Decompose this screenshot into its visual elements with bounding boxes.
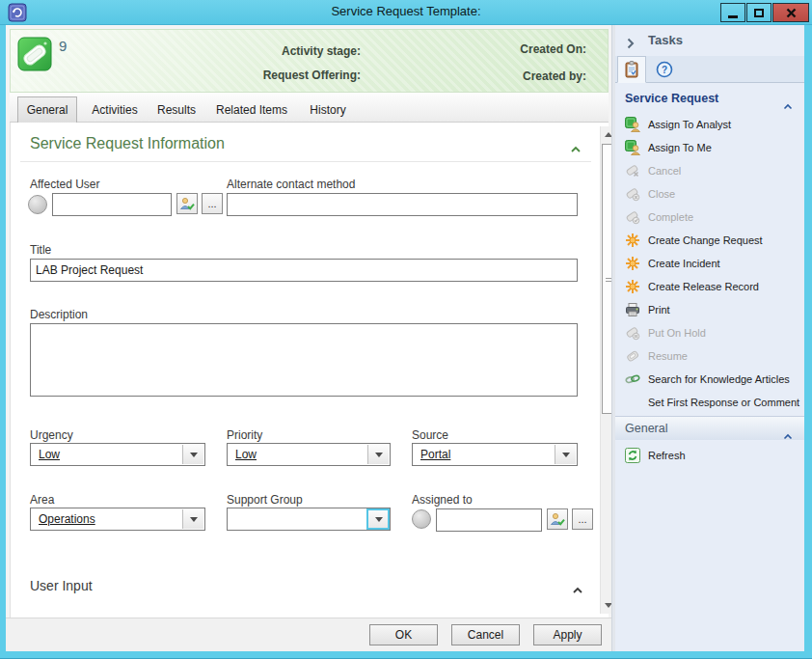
affected-user-ellipsis-button[interactable]: ... [202, 193, 223, 214]
description-label: Description [30, 308, 88, 321]
titlebar: Service Request Template: [0, 0, 812, 25]
area-select[interactable]: Operations [30, 508, 205, 531]
tasks-pane-title: Tasks [648, 33, 683, 47]
alternate-contact-label: Alternate contact method [227, 178, 355, 191]
alternate-contact-input[interactable] [227, 193, 578, 216]
source-select[interactable]: Portal [412, 443, 578, 466]
close-button[interactable] [772, 3, 809, 22]
button-bar: OK Cancel Apply [6, 618, 611, 651]
collapse-pane-chevron-icon[interactable] [627, 36, 635, 53]
user-input-section-title: User Input [30, 578, 93, 593]
created-on-label: Created On: [410, 42, 586, 56]
section-header-service-request[interactable]: Service Request [615, 88, 804, 111]
title-input[interactable] [30, 259, 578, 282]
task-create-incident[interactable]: Create Incident [615, 252, 804, 275]
svg-text:?: ? [662, 65, 667, 75]
assigned-to-input[interactable] [436, 508, 542, 532]
close-icon [786, 8, 797, 18]
record-header: 9 Activity stage: Request Offering: Crea… [10, 29, 609, 93]
close-tag-icon [625, 186, 640, 202]
main-panel: 9 Activity stage: Request Offering: Crea… [6, 25, 611, 651]
tasks-pane: Tasks ? Service Request Assign To Analys… [615, 25, 804, 651]
window-border-bottom [0, 651, 812, 659]
tab-history[interactable]: History [301, 96, 355, 123]
area-label: Area [30, 493, 54, 507]
hold-tag-icon [625, 325, 640, 341]
collapse-user-input-chevron-icon[interactable] [572, 581, 583, 598]
priority-select[interactable]: Low [227, 443, 391, 466]
assigned-to-picker-button[interactable] [547, 508, 568, 530]
created-by-label: Created by: [410, 69, 586, 83]
assigned-to-avatar [412, 509, 431, 529]
task-refresh[interactable]: Refresh [615, 444, 804, 467]
refresh-icon [625, 448, 640, 463]
chevron-down-icon[interactable] [367, 509, 389, 529]
affected-user-input[interactable] [52, 193, 172, 216]
affected-user-avatar [28, 195, 47, 214]
assigned-to-label: Assigned to [412, 493, 473, 507]
assign-user-icon [625, 140, 640, 155]
activity-stage-label: Activity stage: [184, 44, 361, 58]
cancel-tag-icon [625, 163, 640, 178]
minimize-icon [728, 15, 738, 18]
person-check-icon [550, 511, 565, 527]
assigned-to-ellipsis-button[interactable]: ... [572, 508, 593, 530]
task-complete: Complete [615, 206, 804, 229]
chevron-down-icon[interactable] [182, 445, 203, 464]
tab-results[interactable]: Results [150, 96, 203, 123]
link-icon [625, 371, 640, 387]
apply-button[interactable]: Apply [533, 624, 602, 645]
tab-strip: General Activities Results Related Items… [10, 93, 609, 123]
request-offering-label: Request Offering: [184, 69, 361, 82]
task-create-release-record[interactable]: Create Release Record [615, 275, 804, 298]
resume-tag-icon [625, 348, 640, 364]
task-assign-to-me[interactable]: Assign To Me [615, 136, 804, 159]
window-border-right [804, 25, 812, 651]
tab-general[interactable]: General [17, 96, 77, 123]
task-list: Assign To Analyst Assign To Me Cancel Cl… [615, 113, 804, 414]
window-title: Service Request Template: [0, 4, 812, 18]
chevron-down-icon[interactable] [182, 509, 203, 529]
tasks-tab[interactable] [617, 56, 646, 83]
tasks-pane-header: Tasks [615, 29, 804, 54]
urgency-select[interactable]: Low [30, 443, 205, 466]
task-cancel: Cancel [615, 159, 804, 182]
support-group-select[interactable] [227, 508, 391, 531]
support-group-label: Support Group [227, 493, 303, 507]
priority-label: Priority [227, 428, 262, 442]
record-id: 9 [59, 38, 67, 54]
tab-related-items[interactable]: Related Items [208, 96, 295, 123]
task-create-change-request[interactable]: Create Change Request [615, 229, 804, 252]
task-search-knowledge-articles[interactable]: Search for Knowledge Articles [615, 368, 804, 391]
help-icon: ? [656, 61, 673, 78]
task-resume: Resume [615, 344, 804, 368]
person-check-icon [179, 196, 195, 211]
minimize-button[interactable] [720, 3, 745, 22]
title-label: Title [30, 243, 51, 257]
task-assign-to-analyst[interactable]: Assign To Analyst [615, 113, 804, 136]
chevron-down-icon[interactable] [367, 445, 389, 464]
general-tab-form: Service Request Information Affected Use… [10, 123, 609, 618]
maximize-button[interactable] [746, 3, 771, 22]
cancel-button[interactable]: Cancel [451, 624, 520, 645]
task-put-on-hold: Put On Hold [615, 321, 804, 344]
task-print[interactable]: Print [615, 298, 804, 321]
affected-user-picker-button[interactable] [176, 193, 198, 214]
starburst-icon [625, 233, 640, 248]
assign-user-icon [625, 117, 640, 132]
collapse-chevron-icon[interactable] [783, 426, 793, 444]
printer-icon [625, 302, 640, 317]
ok-button[interactable]: OK [369, 624, 438, 645]
description-input[interactable] [30, 323, 578, 397]
section-header-general[interactable]: General [615, 416, 804, 441]
collapse-section-chevron-icon[interactable] [570, 140, 582, 157]
help-tab[interactable]: ? [650, 56, 679, 83]
service-request-tag-icon [17, 37, 52, 71]
task-set-first-response[interactable]: Set First Response or Comment [615, 391, 804, 414]
tab-activities[interactable]: Activities [83, 96, 147, 123]
chevron-down-icon[interactable] [555, 445, 576, 464]
task-close: Close [615, 182, 804, 206]
collapse-chevron-icon[interactable] [783, 96, 793, 114]
general-task-list: Refresh [615, 444, 804, 467]
tasks-tab-strip: ? [615, 56, 804, 83]
